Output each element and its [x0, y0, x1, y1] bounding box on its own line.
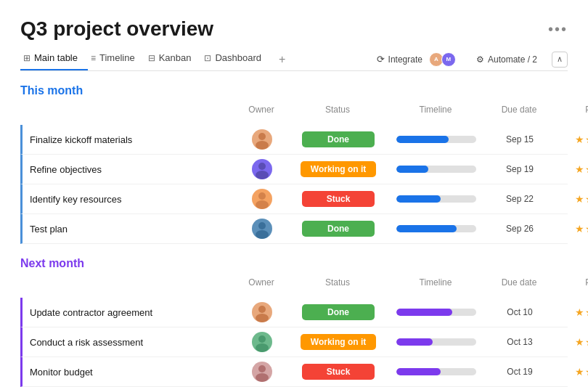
- integrate-button[interactable]: ⟳ Integrate A M: [371, 50, 462, 69]
- col-owner-1: Owner: [232, 105, 290, 121]
- due-date-cell: Sep 15: [487, 134, 552, 144]
- status-cell: Working on it: [291, 334, 385, 350]
- timeline-cell: [385, 166, 487, 173]
- svg-point-13: [256, 373, 269, 382]
- timeline-bar: [396, 338, 476, 346]
- automate-button[interactable]: ⚙ Automate / 2: [470, 52, 543, 67]
- tab-kanban[interactable]: ⊟ Kanban: [145, 48, 202, 70]
- due-date-cell: Oct 10: [487, 307, 552, 317]
- col-timeline-1: Timeline: [385, 105, 486, 121]
- row-label: Refine objectives: [30, 164, 233, 175]
- table-row: Monitor budget Stuck Oct 19 ★ ★ ★ ★ ★: [20, 357, 568, 387]
- svg-point-10: [258, 335, 266, 343]
- timeline-fill: [396, 136, 449, 143]
- status-cell: Stuck: [291, 191, 385, 207]
- timeline-fill: [396, 166, 428, 173]
- collapse-button[interactable]: ∧: [552, 52, 568, 68]
- priority-cell: ★ ★ ★ ★ ★: [552, 193, 588, 205]
- star-2: ★: [585, 134, 589, 145]
- svg-point-5: [256, 200, 269, 209]
- table-row: Refine objectives Working on it Sep 19 ★…: [20, 155, 568, 184]
- owner-cell: [233, 189, 291, 209]
- status-cell: Done: [291, 221, 385, 237]
- toolbar-right: ⟳ Integrate A M ⚙ Automate / 2 ∧: [371, 50, 568, 69]
- integrate-icon: ⟳: [377, 54, 385, 65]
- page-title: Q3 project overview: [20, 17, 213, 41]
- table-row: Update contractor agreement Done Oct 10 …: [20, 298, 568, 327]
- timeline-cell: [385, 309, 487, 316]
- avatar: [252, 332, 272, 352]
- due-date-cell: Sep 22: [487, 194, 552, 204]
- automate-icon: ⚙: [476, 54, 484, 65]
- svg-point-2: [258, 163, 266, 170]
- status-cell: Done: [291, 304, 385, 320]
- timeline-bar: [396, 166, 476, 173]
- table-row: Finalize kickoff materials Done Sep 15 ★…: [20, 125, 568, 155]
- status-badge: Done: [302, 221, 375, 237]
- timeline-cell: [385, 338, 487, 346]
- status-badge: Done: [302, 304, 375, 320]
- star-2: ★: [585, 336, 589, 348]
- timeline-cell: [385, 225, 487, 232]
- priority-cell: ★ ★ ★ ★ ★: [552, 306, 588, 318]
- add-view-button[interactable]: +: [271, 49, 293, 70]
- avatar: [252, 189, 272, 209]
- timeline-icon: ≡: [91, 53, 96, 63]
- priority-cell: ★ ★ ★ ★ ★: [552, 223, 588, 235]
- owner-cell: [233, 219, 291, 239]
- owner-cell: [233, 302, 291, 322]
- svg-point-11: [256, 343, 269, 352]
- status-cell: Done: [291, 131, 385, 147]
- col-status-1: Status: [290, 105, 385, 121]
- due-date-cell: Sep 26: [487, 224, 552, 234]
- col-priority-2: Priority: [552, 277, 588, 293]
- kanban-icon: ⊟: [148, 53, 155, 63]
- row-label: Test plan: [30, 224, 233, 235]
- timeline-fill: [396, 338, 433, 346]
- this-month-header-row: This month: [20, 84, 568, 105]
- next-month-section: Next month Owner Status Timeline Due dat…: [20, 257, 568, 387]
- avatar-group: A M: [426, 52, 456, 67]
- owner-cell: [233, 332, 291, 352]
- priority-cell: ★ ★ ★ ★ ★: [552, 336, 588, 348]
- timeline-fill: [396, 309, 452, 316]
- timeline-bar: [396, 368, 476, 375]
- this-month-title: This month: [20, 84, 83, 97]
- star-2: ★: [585, 223, 589, 235]
- svg-point-0: [258, 133, 266, 140]
- next-month-title: Next month: [20, 257, 84, 270]
- tab-timeline[interactable]: ≡ Timeline: [88, 48, 145, 70]
- svg-point-12: [258, 365, 266, 372]
- priority-cell: ★ ★ ★ ★ ★: [552, 366, 588, 378]
- table-row: Conduct a risk assessment Working on it …: [20, 327, 568, 357]
- row-label: Conduct a risk assessment: [30, 337, 233, 348]
- timeline-fill: [396, 195, 441, 203]
- avatar: [252, 219, 272, 239]
- owner-cell: [233, 362, 291, 382]
- status-cell: Stuck: [291, 364, 385, 380]
- star-2: ★: [585, 163, 589, 175]
- col-owner-2: Owner: [232, 277, 290, 293]
- svg-point-6: [258, 222, 266, 229]
- timeline-fill: [396, 225, 457, 232]
- table-row: Identify key resources Stuck Sep 22 ★ ★ …: [20, 184, 568, 214]
- timeline-cell: [385, 368, 487, 375]
- tab-main-table[interactable]: ⊞ Main table: [20, 48, 88, 70]
- timeline-cell: [385, 195, 487, 203]
- col-priority-1: Priority: [552, 105, 588, 121]
- svg-point-8: [258, 306, 266, 313]
- avatar: [252, 159, 272, 179]
- more-options-button[interactable]: •••: [548, 21, 568, 38]
- star-1: ★: [575, 336, 584, 348]
- col-duedate-1: Due date: [486, 105, 552, 121]
- timeline-bar: [396, 136, 476, 143]
- svg-point-9: [256, 314, 269, 322]
- due-date-cell: Oct 19: [487, 367, 552, 377]
- star-1: ★: [575, 193, 584, 205]
- timeline-cell: [385, 136, 487, 143]
- status-badge: Stuck: [302, 364, 375, 380]
- star-2: ★: [585, 366, 589, 378]
- row-label: Update contractor agreement: [30, 307, 233, 318]
- tab-dashboard[interactable]: ⊡ Dashboard: [201, 48, 271, 70]
- col-timeline-2: Timeline: [385, 277, 486, 293]
